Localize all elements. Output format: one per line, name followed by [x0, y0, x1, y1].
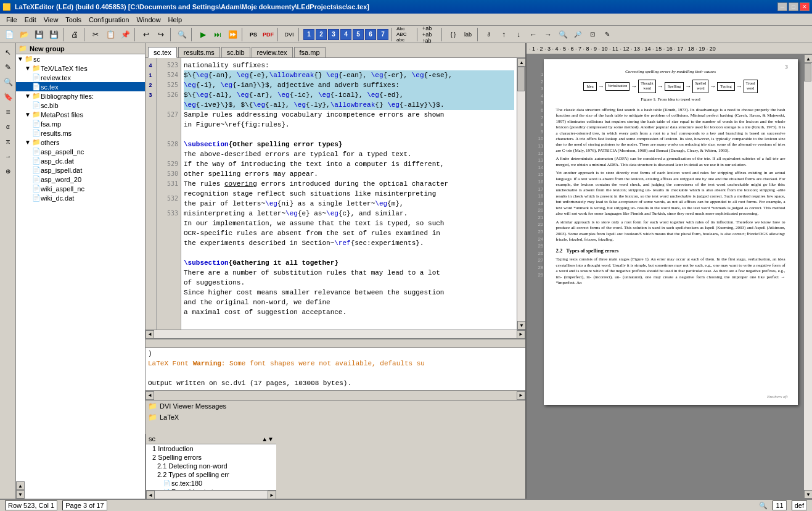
- tab-fsamp[interactable]: fsa.mp: [294, 47, 326, 57]
- tb-cut[interactable]: ✂: [89, 28, 102, 41]
- sidebar-icon-search[interactable]: 🔍: [1, 75, 15, 89]
- log-content[interactable]: ) LaTeX Font Warning: Some font shapes w…: [146, 348, 525, 390]
- tree-item-wikidc[interactable]: 📄 wiki_dc.dat: [16, 193, 145, 202]
- tb-undo[interactable]: ↩: [139, 28, 153, 41]
- tree-item-aspaspell[interactable]: 📄 asp_aspell_nc: [16, 147, 145, 156]
- sidebar-icon-structure[interactable]: ≡: [1, 105, 15, 118]
- tree-item-wikiaspell[interactable]: 📄 wiki_aspell_nc: [16, 184, 145, 193]
- tb-stop[interactable]: ⏩: [226, 28, 239, 41]
- close-button[interactable]: ✕: [800, 2, 810, 11]
- menu-window[interactable]: Window: [133, 15, 164, 25]
- tb-mark1[interactable]: +ab +ab ↑ab: [422, 28, 439, 41]
- tb-open[interactable]: 📂: [17, 28, 31, 41]
- log-hscroll-left[interactable]: ◄: [146, 391, 154, 400]
- tb-abc1[interactable]: Abc ABC abc: [396, 28, 414, 41]
- tree-scroll-down[interactable]: ▼: [16, 490, 25, 499]
- tb-save[interactable]: 💾: [32, 28, 46, 41]
- tree-item-others[interactable]: ▼ 📁 others: [16, 138, 145, 147]
- tab-sctex[interactable]: sc.tex: [148, 47, 177, 58]
- maximize-button[interactable]: □: [789, 2, 798, 11]
- tb-num6[interactable]: 6: [365, 29, 376, 40]
- outline-arrows[interactable]: ▲▼: [261, 436, 274, 442]
- editor-hscroll-right[interactable]: ►: [517, 330, 525, 339]
- tb-paste[interactable]: 📌: [118, 28, 132, 41]
- pdf-content[interactable]: 1 2 3 4 5 6 7 8 9 10 11 12 13 14: [527, 54, 803, 499]
- tb-misc[interactable]: ✎: [601, 28, 614, 41]
- editor-hscroll-track[interactable]: [154, 330, 517, 339]
- outline-hscroll-track[interactable]: [155, 491, 268, 499]
- minimize-button[interactable]: ─: [777, 2, 787, 11]
- editor-scroll-thumb[interactable]: [517, 67, 525, 91]
- tree-item-fsamp[interactable]: 📄 fsa.mp: [16, 119, 145, 128]
- editor-content[interactable]: nationality suffixes: $\{\eg{-an}, \eg{-…: [181, 58, 517, 330]
- log-hscroll-track[interactable]: [154, 391, 517, 400]
- sidebar-icon-misc[interactable]: ⊕: [1, 164, 15, 178]
- menu-tools[interactable]: Tools: [62, 15, 85, 25]
- log-tree-latex[interactable]: 📁 LaTeX: [146, 412, 525, 423]
- editor-scroll-down[interactable]: ▼: [517, 321, 526, 330]
- tb-zoom-fit[interactable]: ⊡: [586, 28, 599, 41]
- tb-print[interactable]: 🖨: [68, 28, 81, 41]
- outline-spelling[interactable]: 2 Spelling errors: [146, 453, 276, 462]
- editor-hscroll-left[interactable]: ◄: [146, 330, 154, 339]
- tb-ref1[interactable]: { }: [446, 28, 460, 41]
- menu-edit[interactable]: Edit: [21, 15, 40, 25]
- tb-new[interactable]: 📄: [2, 28, 16, 41]
- tree-item-scbib[interactable]: 📄 sc.bib: [16, 101, 145, 110]
- sidebar-icon-edit[interactable]: ✎: [1, 60, 15, 74]
- editor-scroll-up[interactable]: ▲: [517, 58, 526, 67]
- outline-detect[interactable]: 2.1 Detecting non-word: [146, 462, 276, 470]
- tb-run[interactable]: ▶: [196, 28, 210, 41]
- menu-help[interactable]: Help: [165, 15, 186, 25]
- pdf-scroll-down[interactable]: ▼: [804, 490, 812, 499]
- tb-ps[interactable]: PS: [247, 28, 260, 41]
- tb-num7[interactable]: 7: [377, 29, 388, 40]
- file-tree-scroll[interactable]: ▼ 📁 sc ▼ 📁 TeX/LaTeX files 📄 review.tex …: [16, 54, 145, 481]
- tree-item-bibfiles[interactable]: ▼ 📁 Bibliography files:: [16, 91, 145, 101]
- outline-types[interactable]: 2.2 Types of spelling err: [146, 470, 276, 479]
- tree-item-aspispell[interactable]: 📄 asp_ispell.dat: [16, 165, 145, 175]
- outline-hscroll-right[interactable]: ►: [268, 491, 276, 499]
- sidebar-icon-arrow[interactable]: →: [1, 149, 15, 163]
- tb-nav-down[interactable]: ↓: [512, 28, 525, 41]
- editor-scroll-track[interactable]: [517, 67, 525, 321]
- pdf-scroll-up[interactable]: ▲: [804, 54, 812, 63]
- log-hscroll-right[interactable]: ►: [517, 391, 525, 400]
- outline-hscroll-left[interactable]: ◄: [146, 491, 155, 499]
- tree-item-metapost[interactable]: ▼ 📁 MetaPost files: [16, 110, 145, 119]
- menu-view[interactable]: View: [40, 15, 62, 25]
- tb-ref2[interactable]: lab: [461, 28, 475, 41]
- outline-intro[interactable]: 1 Introduction: [146, 444, 276, 453]
- tb-search[interactable]: 🔍: [175, 28, 189, 41]
- tb-nav-right[interactable]: →: [541, 28, 555, 41]
- tree-item-aspword[interactable]: 📄 asp_word_20: [16, 175, 145, 184]
- tree-scroll-up[interactable]: ▲: [16, 481, 25, 490]
- log-tree-dvi[interactable]: 📁 DVI Viewer Messages: [146, 401, 525, 412]
- tb-pdf[interactable]: PDF: [261, 28, 275, 41]
- tree-item-texfiles[interactable]: ▼ 📁 TeX/LaTeX files: [16, 64, 145, 73]
- tree-item-review[interactable]: 📄 review.tex: [16, 73, 145, 82]
- editor-hscroll[interactable]: ◄ ►: [146, 330, 525, 338]
- outline-scroll[interactable]: 1 Introduction 2 Spelling errors 2.1 Det…: [146, 444, 276, 490]
- tb-step[interactable]: ⏭: [211, 28, 224, 41]
- editor-vscroll[interactable]: ▲ ▼: [517, 58, 525, 330]
- tb-copy[interactable]: 📋: [104, 28, 117, 41]
- sidebar-icon-alpha[interactable]: α: [1, 120, 15, 133]
- tb-nav-up[interactable]: ↑: [497, 28, 511, 41]
- pdf-scroll-thumb[interactable]: [804, 63, 811, 81]
- tab-scbib[interactable]: sc.bib: [221, 47, 250, 57]
- tree-item-resultsms[interactable]: 📄 results.ms: [16, 128, 145, 138]
- tree-item-sctex[interactable]: 📄 sc.tex: [16, 82, 145, 91]
- tree-item-sc[interactable]: ▼ 📁 sc: [16, 54, 145, 64]
- tb-redo[interactable]: ↪: [154, 28, 168, 41]
- outline-sctex180[interactable]: 📄 sc.tex:180: [146, 479, 276, 488]
- tb-num3[interactable]: 3: [328, 29, 339, 40]
- tb-zoom-out[interactable]: 🔎: [571, 28, 584, 41]
- sidebar-icon-bookmark[interactable]: 🔖: [1, 90, 15, 104]
- tb-num5[interactable]: 5: [353, 29, 364, 40]
- tab-reviewtex[interactable]: review.tex: [252, 47, 293, 57]
- tb-num2[interactable]: 2: [316, 29, 327, 40]
- tb-num1[interactable]: 1: [303, 29, 314, 40]
- sidebar-icon-symbol[interactable]: π: [1, 135, 15, 148]
- tree-item-aspdc[interactable]: 📄 asp_dc.dat: [16, 156, 145, 165]
